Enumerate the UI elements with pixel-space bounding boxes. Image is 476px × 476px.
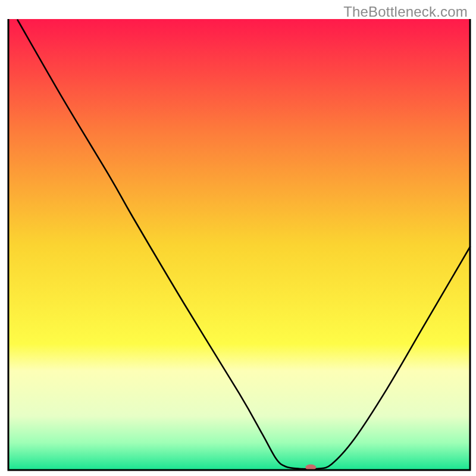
plot-area — [8, 19, 470, 470]
chart-container: TheBottleneck.com — [0, 0, 476, 476]
chart-svg — [0, 0, 476, 476]
watermark-text: TheBottleneck.com — [343, 4, 468, 20]
gradient-background — [8, 19, 470, 470]
